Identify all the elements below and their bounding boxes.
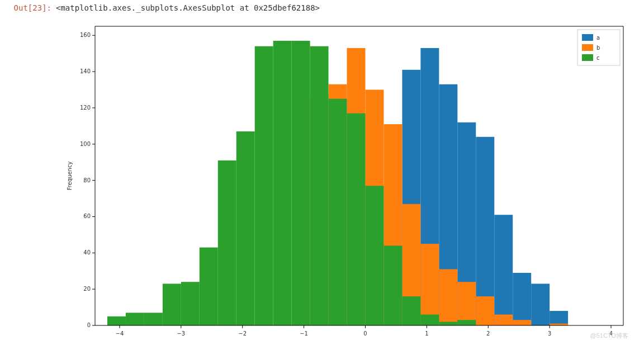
legend-label: c [596, 55, 600, 61]
bar-c [236, 131, 255, 325]
y-tick-label: 60 [83, 213, 91, 219]
bar-c [273, 41, 292, 325]
legend-swatch [582, 44, 593, 51]
x-tick-label: 1 [425, 330, 428, 337]
repr-text: <matplotlib.axes._subplots.AxesSubplot a… [56, 3, 320, 12]
bar-b [513, 320, 531, 325]
y-tick-label: 20 [83, 286, 91, 292]
x-tick-label: −2 [238, 330, 247, 337]
y-tick-label: 40 [83, 249, 91, 256]
x-tick-label: 0 [363, 330, 367, 337]
bar-c [383, 245, 402, 325]
bar-c [200, 248, 218, 325]
legend-label: b [596, 45, 600, 51]
y-tick-label: 120 [80, 105, 91, 111]
x-tick-label: 3 [548, 330, 551, 337]
y-tick-label: 140 [80, 68, 91, 74]
output-row: Out[23]: <matplotlib.axes._subplots.Axes… [0, 0, 644, 12]
y-tick-label: 80 [83, 177, 91, 183]
bar-b [476, 296, 494, 325]
y-axis-label: Frequency [67, 162, 73, 191]
bar-b [439, 269, 457, 325]
bar-c [255, 46, 273, 325]
x-tick-label: −1 [300, 330, 308, 337]
bar-c [310, 46, 329, 325]
x-tick-label: −4 [116, 330, 124, 337]
bar-a [494, 215, 513, 325]
bar-c [292, 41, 310, 325]
bar-c [107, 316, 126, 325]
bar-a [513, 273, 531, 325]
bar-c [439, 322, 457, 325]
legend-swatch [582, 34, 593, 41]
bar-c [457, 320, 476, 325]
bar-c [218, 160, 236, 325]
bar-c [402, 296, 420, 325]
y-tick-label: 100 [80, 141, 91, 147]
x-tick-label: −3 [177, 330, 185, 337]
bar-c [181, 282, 200, 325]
out-prompt: Out[23]: [0, 3, 56, 12]
bar-c [126, 313, 144, 325]
bar-a [531, 283, 550, 325]
x-tick-label: 4 [609, 330, 613, 337]
y-tick-label: 160 [80, 32, 91, 38]
bar-c [420, 315, 439, 325]
legend-swatch [582, 54, 593, 61]
bar-b [420, 244, 439, 325]
bar-c [144, 313, 163, 325]
bar-c [365, 186, 383, 325]
histogram-chart: −4−3−2−101234020406080100120140160Freque… [61, 18, 632, 342]
bar-c [163, 283, 181, 325]
bar-a [550, 311, 568, 325]
legend-label: a [596, 35, 600, 41]
bar-c [347, 114, 366, 325]
x-tick-label: 2 [486, 330, 490, 337]
bar-b [457, 282, 476, 325]
bar-b [494, 315, 513, 325]
bar-c [329, 99, 347, 325]
y-tick-label: 0 [87, 322, 91, 328]
